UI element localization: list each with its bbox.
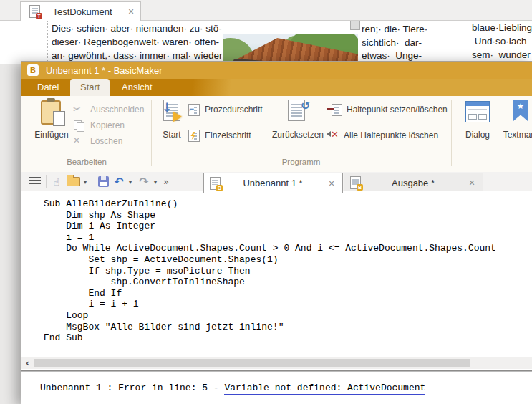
touch-mode-button[interactable]: ☝ [50, 175, 63, 188]
code-line: Loop [44, 310, 496, 322]
image-selection-handle [350, 20, 360, 30]
tab-testdokument[interactable]: T TestDokument × [20, 1, 141, 21]
close-icon[interactable]: × [325, 178, 338, 189]
scroll-left-arrow[interactable]: ‹ [21, 357, 34, 369]
toolbar-separator [92, 175, 92, 188]
dialog-window-icon [465, 101, 490, 122]
reset-arrow-icon: ↺ [301, 99, 310, 112]
code-line: MsgBox "Alle Bilder sind jetzt inline!" [44, 322, 496, 333]
ausschneiden-button[interactable]: ✂ Ausschneiden [73, 103, 144, 116]
undo-icon: ↶ [114, 175, 123, 188]
code-line: Sub AlleBilderZuInline() [44, 198, 496, 210]
document-text-column-left: Dies· schien· aber· niemanden· zu· stö-d… [47, 21, 226, 62]
code-line: Do While ActiveDocument.Shapes.Count > 0… [44, 243, 496, 254]
error-prefix: Unbenannt 1 : Error in line: 5 - [40, 383, 224, 393]
tab-ausgabe[interactable]: B Ausgabe * × [344, 173, 483, 193]
basicmaker-window: B Unbenannt 1 * - BasicMaker Datei Start… [21, 61, 532, 404]
ribbon-separator [451, 100, 452, 166]
code-line: Dim shp As Shape [44, 210, 496, 221]
document-text-column-middle: ren;· die· Tiere·sichtlich· dar-etwas· U… [362, 23, 427, 63]
code-line: i = i + 1 [44, 299, 496, 310]
prozedurschritt-button[interactable]: ⌐ Prozedurschritt [188, 103, 263, 116]
document-text-line: ren;· die· Tiere· [362, 23, 427, 37]
titlebar[interactable]: B Unbenannt 1 * - BasicMaker [21, 62, 532, 79]
undo-dropdown-caret[interactable]: ▾ [127, 175, 134, 188]
editor-gutter [21, 191, 34, 357]
breakpoint-icon [329, 104, 342, 115]
copy-icon [73, 120, 86, 131]
group-label-programm: Programm [151, 158, 451, 169]
scissors-icon: ✂ [73, 104, 86, 115]
scrollbar-thumb[interactable] [34, 359, 470, 367]
code-line: End Sub [44, 332, 496, 344]
tab-label: TestDokument [40, 6, 125, 17]
zuruecksetzen-button[interactable]: ↺ Zurücksetzen [272, 99, 324, 140]
open-dropdown-caret[interactable]: ▾ [82, 175, 89, 188]
basic-script-icon: B [210, 177, 221, 190]
code-line: i = 1 [44, 232, 496, 244]
barn-photo [223, 34, 358, 64]
procedure-step-icon: ⌐ [188, 104, 200, 115]
redo-button[interactable]: ↷ [137, 175, 150, 188]
textmaker-document-page[interactable]: Dies· schien· aber· niemanden· zu· stö-d… [0, 20, 532, 64]
single-step-icon [188, 130, 200, 141]
error-link[interactable]: Variable not defined: ActiveDocument [224, 383, 425, 395]
tab-unbenannt-1[interactable]: B Unbenannt 1 * × [203, 173, 343, 193]
einzelschritt-button[interactable]: Einzelschritt [188, 129, 251, 142]
close-icon[interactable]: × [465, 177, 478, 188]
ribbon-tab-band: Datei Start Ansicht [21, 79, 532, 96]
menu-lines-button[interactable] [28, 175, 42, 188]
ribbon-separator [151, 100, 152, 166]
alle-haltepunkte-button[interactable]: ✕ Alle Haltepunkte löschen [327, 129, 438, 142]
horizontal-scrollbar[interactable]: ‹ [21, 357, 532, 369]
delete-x-icon: ✕ [73, 135, 86, 147]
hamburger-icon [29, 177, 41, 186]
undo-button[interactable]: ↶ [112, 175, 125, 188]
code-editor[interactable]: Sub AlleBilderZuInline() Dim shp As Shap… [21, 191, 532, 357]
save-button[interactable] [96, 175, 110, 188]
einfuegen-button[interactable]: Einfügen [32, 99, 72, 140]
toolbar-overflow-button[interactable]: » [161, 175, 171, 188]
document-text-line: sem· wunder [472, 48, 532, 62]
haltepunkt-button[interactable]: Haltepunkt setzen/löschen [329, 103, 448, 116]
code-line: shp.ConvertToInlineShape [44, 276, 496, 288]
basic-script-icon: B [350, 176, 361, 189]
document-text-line: sichtlich· dar- [362, 37, 427, 50]
document-text-line: Und·so·lach [472, 34, 532, 48]
loeschen-button[interactable]: ✕ Löschen [73, 135, 122, 148]
document-text-line: Dies· schien· aber· niemanden· zu· stö- [52, 21, 226, 35]
code-text: Sub AlleBilderZuInline() Dim shp As Shap… [44, 198, 496, 344]
kopieren-button[interactable]: Kopieren [73, 119, 125, 132]
start-button[interactable]: ↓ Start [155, 99, 189, 140]
tab-ansicht[interactable]: Ansicht [112, 79, 163, 96]
ribbon: Einfügen ✂ Ausschneiden Kopieren ✕ Lösch… [21, 96, 532, 173]
redo-icon: ↷ [139, 175, 148, 188]
close-icon[interactable]: × [125, 6, 137, 17]
document-text-line: dieser· Regenbogenwelt· waren· offen- [52, 35, 226, 49]
error-line: Unbenannt 1 : Error in line: 5 - Variabl… [40, 383, 425, 393]
run-arrow-icon: ↓ [162, 100, 172, 115]
code-line: End If [44, 288, 496, 299]
textmarke-button[interactable]: ★ Textmark [498, 99, 532, 140]
bookmark-star-icon: ★ [513, 100, 528, 121]
folder-icon [67, 177, 80, 186]
tab-start[interactable]: Start [70, 79, 110, 96]
window-title: Unbenannt 1 * - BasicMaker [46, 65, 163, 76]
toolbar-separator [46, 175, 47, 188]
clipboard-icon [41, 100, 61, 125]
document-text-line: blaue·Liebling [472, 21, 532, 34]
dialog-button[interactable]: Dialog [460, 99, 495, 140]
textmaker-document-icon: T [29, 5, 40, 18]
save-icon [98, 176, 109, 187]
screen: Dies· schien· aber· niemanden· zu· stö-d… [0, 0, 532, 404]
output-pane[interactable]: Unbenannt 1 : Error in line: 5 - Variabl… [21, 371, 532, 404]
redo-dropdown-caret[interactable]: ▾ [152, 175, 159, 188]
code-line: If shp.Type = msoPicture Then [44, 266, 496, 277]
tab-datei[interactable]: Datei [27, 79, 69, 96]
code-line: Dim i As Integer [44, 221, 496, 232]
textmaker-tabbar: T TestDokument × [0, 0, 532, 21]
basicmaker-app-icon: B [27, 64, 39, 76]
play-icon [173, 112, 182, 122]
quick-toolbar: ☝ ▾ ↶ ▾ ↷ ▾ » B U [21, 172, 532, 192]
open-file-button[interactable] [65, 175, 81, 188]
